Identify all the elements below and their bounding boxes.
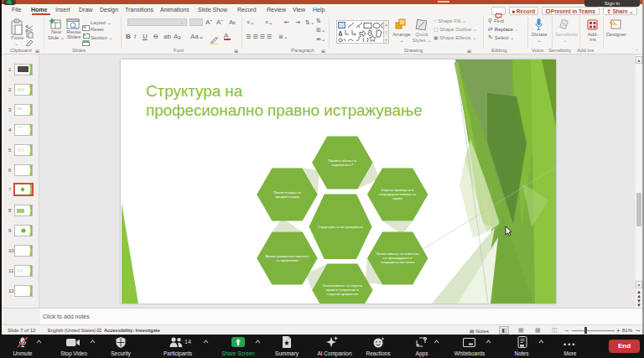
- svg-text:на проблемот: на проблемот: [276, 258, 299, 262]
- svg-text:право: право: [392, 196, 402, 200]
- svg-text:надлежност?: надлежност?: [331, 163, 354, 167]
- svg-text:аргументација: аргументација: [275, 195, 299, 199]
- svg-text:стручни аргументи: стручни аргументи: [327, 292, 359, 296]
- svg-text:создадена постапка: создадена постапка: [381, 260, 415, 264]
- svg-text:Структура на истражување: Структура на истражување: [318, 225, 364, 229]
